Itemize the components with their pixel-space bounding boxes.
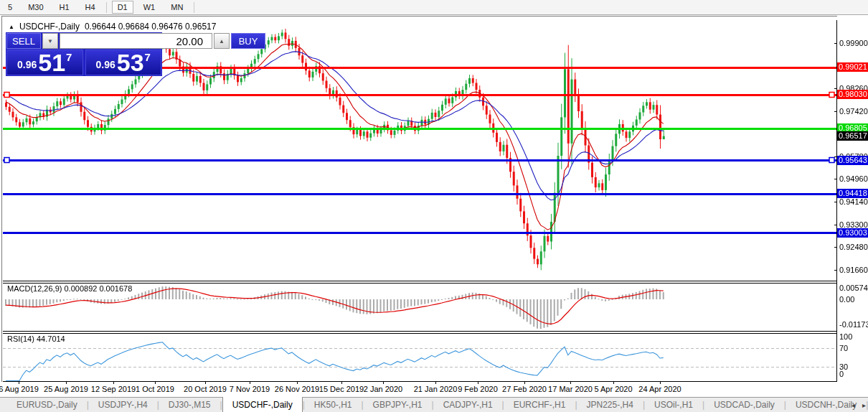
- tab-scroll-left-icon[interactable]: ◂: [852, 401, 855, 409]
- rsi-panel-divider[interactable]: [3, 331, 836, 334]
- tab-gbpjpy-h1[interactable]: GBPJPY-,H1: [364, 398, 432, 412]
- indicator-axis-label: 100: [839, 332, 852, 341]
- collapse-arrow-icon[interactable]: ▲: [9, 24, 14, 30]
- price-tick-label: 0.97420: [839, 107, 868, 116]
- price-tick: [834, 88, 837, 89]
- sell-price-pip: 7: [66, 51, 72, 63]
- tab-jpn225-h4[interactable]: JPN225-,H4: [577, 398, 643, 412]
- price-tick-label: 0.91660: [839, 266, 868, 274]
- date-label: 26 Nov 2019: [275, 385, 319, 393]
- date-tick: [613, 382, 614, 384]
- price-badge: 0.98030: [837, 90, 868, 99]
- date-tick: [478, 382, 478, 384]
- tab-usdchf-daily[interactable]: USDCHF-,Daily: [222, 397, 303, 412]
- price-tick: [834, 270, 837, 271]
- date-label: 9 Feb 2020: [458, 385, 498, 393]
- one-click-trading-panel: SELL ▼ ▲ BUY 0.96 51 7 0.96 53 7: [6, 32, 162, 76]
- date-tick: [297, 382, 298, 384]
- tab-eurchf-h1[interactable]: EURCHF-,H1: [504, 398, 575, 412]
- timeframe-button-d1[interactable]: D1: [112, 1, 133, 14]
- tab-usdjpy-h4[interactable]: USDJPY-,H4: [89, 398, 157, 412]
- tab-scroll-controls: ◂▸: [852, 398, 866, 412]
- indicator-axis-label: 0: [839, 370, 844, 378]
- buy-price-main: 53: [117, 52, 144, 73]
- price-tick-label: 0.92480: [839, 243, 868, 251]
- timeframe-button-5[interactable]: 5: [2, 1, 18, 14]
- tab-hk50-h1[interactable]: HK50-,H1: [305, 398, 362, 412]
- date-label: 21 Jan 2020: [414, 385, 458, 393]
- sell-price-box[interactable]: 0.96 51 7: [6, 50, 83, 75]
- date-tick: [19, 382, 19, 384]
- buy-price-prefix: 0.96: [96, 59, 115, 70]
- date-label: 2 Jan 2020: [364, 385, 402, 393]
- indicator-axis-label: -0.011738: [839, 320, 868, 329]
- volume-decrease-button[interactable]: ▼: [42, 33, 58, 49]
- date-label: 12 Sep 2019: [91, 385, 136, 393]
- rsi-label: RSI(14) 44.7014: [7, 334, 65, 343]
- tab-scroll-right-icon[interactable]: ▸: [862, 401, 866, 409]
- timeframe-button-m30[interactable]: M30: [22, 1, 49, 14]
- timeframe-button-h1[interactable]: H1: [54, 1, 75, 14]
- price-tick: [834, 247, 837, 248]
- date-tick: [66, 382, 67, 384]
- buy-price-box[interactable]: 0.96 53 7: [85, 50, 162, 75]
- tab-dj30-m15[interactable]: DJ30-,M15: [159, 398, 220, 412]
- indicator-axis-label: 0.005744: [839, 284, 868, 292]
- timeframe-button-mn[interactable]: MN: [165, 1, 189, 14]
- date-tick: [435, 382, 436, 384]
- date-label: 25 Aug 2019: [44, 385, 88, 393]
- price-badge: 0.99021: [837, 62, 868, 72]
- date-tick: [205, 382, 206, 384]
- price-badge: 0.95643: [837, 156, 868, 165]
- date-tick: [250, 382, 250, 384]
- toolbar-separator: [194, 2, 194, 13]
- volume-input[interactable]: [60, 33, 212, 49]
- price-tick: [834, 43, 837, 44]
- toolbar-separator: [106, 2, 107, 13]
- tab-eurusd-daily[interactable]: EURUSD-,Daily: [7, 398, 87, 412]
- date-tick: [155, 382, 156, 384]
- date-tick: [570, 382, 571, 384]
- date-axis: 6 Aug 201925 Aug 201912 Sep 20191 Oct 20…: [0, 382, 868, 397]
- date-tick: [383, 382, 384, 384]
- date-label: 1 Oct 2019: [136, 385, 174, 393]
- date-tick: [660, 382, 661, 384]
- tab-usoil-h1[interactable]: USOil-,H1: [645, 398, 702, 412]
- date-label: 24 Apr 2020: [638, 385, 681, 393]
- date-label: 27 Feb 2020: [502, 385, 547, 393]
- date-label: 6 Aug 2019: [0, 385, 39, 393]
- date-tick: [113, 382, 114, 384]
- chart-ohlc-values: 0.96644 0.96684 0.96476 0.96517: [85, 22, 217, 32]
- price-tick-label: 0.99900: [839, 39, 868, 47]
- indicator-axis-label: 70: [839, 344, 848, 352]
- date-tick: [524, 382, 525, 384]
- sell-button[interactable]: SELL: [6, 33, 41, 49]
- price-badge: 0.93003: [837, 228, 868, 238]
- macd-label: MACD(12,26,9) 0.000892 0.001678: [7, 284, 132, 293]
- price-badge: 0.96517: [837, 131, 868, 141]
- price-tick: [834, 179, 837, 179]
- indicator-axis-label: 0.00: [839, 295, 854, 304]
- timeframe-button-w1[interactable]: W1: [138, 1, 161, 14]
- price-badge: 0.94418: [837, 189, 868, 198]
- date-label: 7 Nov 2019: [230, 385, 270, 393]
- price-tick: [834, 225, 837, 225]
- tab-usdcad-daily[interactable]: USDCAD-,Daily: [704, 398, 784, 412]
- chart-symbol-label: USDCHF-,Daily: [19, 22, 80, 32]
- macd-panel-divider[interactable]: [3, 281, 836, 284]
- volume-increase-button[interactable]: ▲: [214, 33, 230, 49]
- chart-header: ▲ USDCHF-,Daily 0.96644 0.96684 0.96476 …: [9, 22, 216, 32]
- sell-price-main: 51: [38, 52, 65, 73]
- tab-cadjpy-h1[interactable]: CADJPY-,H1: [434, 398, 502, 412]
- timeframe-button-h4[interactable]: H4: [80, 1, 101, 14]
- buy-button[interactable]: BUY: [231, 33, 265, 49]
- chart-tab-bar: EURUSD-,Daily|USDJPY-,H4|DJ30-,M15|USDCH…: [0, 397, 868, 412]
- date-label: 15 Dec 2019: [319, 385, 364, 393]
- date-tick: [341, 382, 342, 384]
- price-tick-label: 0.94960: [839, 174, 868, 183]
- date-label: 5 Apr 2020: [594, 385, 632, 393]
- date-label: 17 Mar 2020: [548, 385, 593, 393]
- date-label: 20 Oct 2019: [184, 385, 227, 393]
- timeframe-toolbar: 5M30H1H4D1W1MN: [0, 0, 868, 15]
- sell-price-prefix: 0.96: [17, 59, 37, 70]
